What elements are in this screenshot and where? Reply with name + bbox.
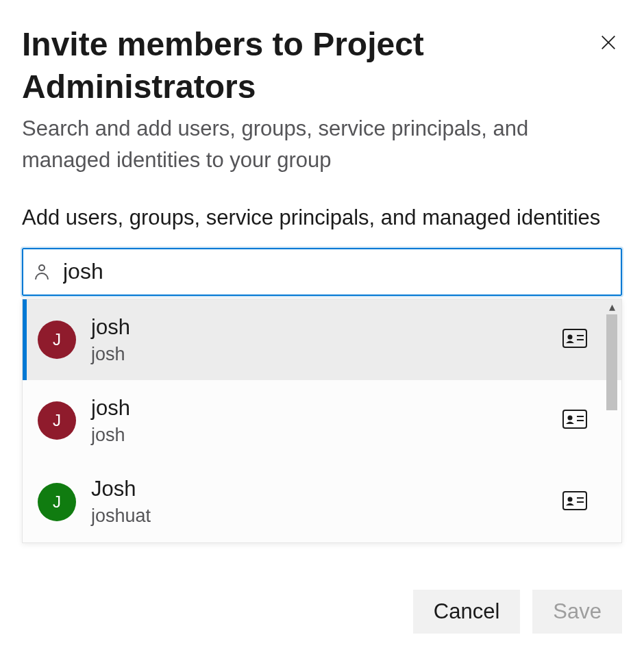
result-name: Josh bbox=[91, 475, 562, 503]
result-info: joshjosh bbox=[91, 394, 562, 447]
svg-rect-10 bbox=[563, 492, 586, 510]
svg-rect-6 bbox=[563, 410, 586, 428]
search-wrapper: JjoshjoshJjoshjoshJJoshjoshuat ▴ bbox=[22, 248, 622, 296]
scroll-up-icon: ▴ bbox=[609, 299, 615, 313]
result-name: josh bbox=[91, 394, 562, 423]
result-item[interactable]: JJoshjoshuat bbox=[23, 461, 621, 542]
search-field[interactable] bbox=[22, 248, 622, 296]
avatar: J bbox=[38, 321, 76, 359]
id-card-icon bbox=[562, 329, 587, 351]
result-info: joshjosh bbox=[91, 313, 562, 366]
cancel-button[interactable]: Cancel bbox=[413, 590, 521, 634]
user-icon bbox=[33, 261, 51, 283]
result-info: Joshjoshuat bbox=[91, 475, 562, 528]
panel-title: Invite members to Project Administrators bbox=[22, 23, 543, 109]
panel-header: Invite members to Project Administrators bbox=[22, 23, 622, 109]
close-button[interactable] bbox=[595, 29, 622, 56]
result-sub: joshuat bbox=[91, 503, 562, 528]
result-sub: josh bbox=[91, 342, 562, 366]
svg-point-7 bbox=[568, 416, 573, 421]
search-input[interactable] bbox=[63, 259, 611, 284]
invite-members-panel: Invite members to Project Administrators… bbox=[0, 0, 644, 650]
save-button[interactable]: Save bbox=[532, 590, 622, 634]
id-card-icon bbox=[562, 410, 587, 432]
result-sub: josh bbox=[91, 423, 562, 447]
result-item[interactable]: Jjoshjosh bbox=[23, 380, 621, 461]
panel-subtitle: Search and add users, groups, service pr… bbox=[22, 113, 584, 177]
panel-footer: Cancel Save bbox=[413, 576, 644, 650]
scroll-thumb[interactable] bbox=[606, 314, 617, 410]
avatar: J bbox=[38, 483, 76, 521]
close-icon bbox=[599, 33, 618, 52]
result-name: josh bbox=[91, 313, 562, 342]
svg-point-11 bbox=[568, 497, 573, 501]
results-dropdown: JjoshjoshJjoshjoshJJoshjoshuat ▴ bbox=[22, 299, 622, 543]
avatar: J bbox=[38, 401, 76, 440]
svg-rect-2 bbox=[563, 329, 586, 347]
id-card-icon bbox=[562, 491, 587, 513]
dropdown-scrollbar[interactable]: ▴ bbox=[602, 299, 621, 542]
result-item[interactable]: Jjoshjosh bbox=[23, 299, 621, 380]
svg-point-3 bbox=[568, 334, 573, 339]
search-field-label: Add users, groups, service principals, a… bbox=[22, 201, 622, 234]
